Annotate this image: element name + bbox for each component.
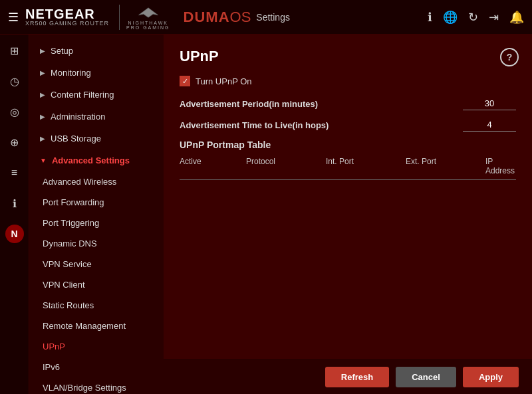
turn-upnp-checkbox[interactable]: ✓: [180, 76, 190, 86]
nav-item-vlan-bridge[interactable]: VLAN/Bridge Settings: [29, 377, 164, 394]
sidebar-icon-grid[interactable]: ⊞: [5, 41, 24, 60]
nav-item-usb-storage[interactable]: ▶ USB Storage: [29, 128, 164, 149]
arrow-icon: ▶: [40, 91, 45, 98]
refresh-button[interactable]: Refresh: [325, 367, 389, 387]
ad-period-value: [450, 97, 516, 110]
table-header: Active Protocol Int. Port Ext. Port IP A…: [180, 157, 516, 180]
ad-ttl-input[interactable]: [463, 118, 516, 132]
nighthawk-text: NIGHTHAWK: [128, 21, 169, 25]
ad-period-input[interactable]: [463, 97, 516, 110]
page-title: UPnP: [180, 48, 516, 65]
ad-period-label: Advertisement Period(in minutes): [180, 99, 450, 109]
icon-sidebar: ⊞ ◷ ◎ ⊕ ≡ ℹ N: [0, 35, 29, 394]
turn-upnp-label: Turn UPnP On: [196, 76, 252, 86]
table-body: [180, 183, 516, 316]
nav-item-remote-management[interactable]: Remote Management: [29, 316, 164, 336]
nav-item-static-routes[interactable]: Static Routes: [29, 295, 164, 316]
info-circle-icon[interactable]: ℹ: [428, 10, 432, 25]
nav-item-dynamic-dns[interactable]: Dynamic DNS: [29, 233, 164, 254]
top-navigation: ☰ NETGEAR XR500 GAMING ROUTER NIGHTHAWK …: [0, 0, 532, 35]
ad-ttl-row: Advertisement Time to Live(in hops): [180, 118, 516, 132]
arrow-icon: ▶: [40, 47, 45, 54]
ad-period-row: Advertisement Period(in minutes): [180, 97, 516, 110]
nav-item-port-triggering[interactable]: Port Triggering: [29, 213, 164, 233]
arrow-icon: ▶: [40, 69, 45, 76]
nighthawk-logo: NIGHTHAWK PRO GAMING: [119, 5, 170, 30]
main-content-area: UPnP ? ✓ Turn UPnP On Advertisement Peri…: [164, 35, 532, 394]
nav-item-vpn-service[interactable]: VPN Service: [29, 254, 164, 274]
sidebar-icon-signal[interactable]: ◎: [5, 102, 24, 121]
sidebar-icon-n[interactable]: N: [5, 225, 24, 243]
bottom-action-bar: Refresh Cancel Apply: [164, 359, 532, 394]
ad-ttl-label: Advertisement Time to Live(in hops): [180, 120, 450, 130]
col-ext-port: Ext. Port: [406, 157, 485, 175]
help-icon[interactable]: ?: [500, 48, 519, 66]
nav-item-port-forwarding[interactable]: Port Forwarding: [29, 192, 164, 213]
col-active: Active: [180, 157, 246, 175]
bell-icon[interactable]: 🔔: [509, 10, 524, 25]
sidebar-icon-clock[interactable]: ◷: [5, 72, 24, 90]
model-name: XR500 GAMING ROUTER: [25, 21, 109, 27]
nav-item-advanced-wireless[interactable]: Advanced Wireless: [29, 171, 164, 192]
logout-icon[interactable]: ⇥: [489, 10, 499, 25]
ad-ttl-value: [450, 118, 516, 132]
hamburger-icon[interactable]: ☰: [8, 10, 19, 25]
os-text: OS: [230, 9, 251, 26]
nav-item-setup[interactable]: ▶ Setup: [29, 40, 164, 62]
sidebar-icon-network[interactable]: ⊕: [5, 133, 24, 151]
cancel-button[interactable]: Cancel: [396, 367, 456, 387]
nighthawk-bird-icon: [136, 5, 160, 21]
left-navigation: ▶ Setup ▶ Monitoring ▶ Content Filtering…: [29, 35, 164, 394]
top-nav-icons: ℹ 🌐 ↻ ⇥ 🔔: [428, 10, 524, 25]
pro-gaming-text: PRO GAMING: [126, 25, 170, 30]
brand-name: NETGEAR: [25, 7, 109, 21]
col-protocol: Protocol: [246, 157, 326, 175]
netgear-logo: NETGEAR XR500 GAMING ROUTER: [25, 7, 109, 27]
sidebar-icon-info[interactable]: ℹ: [5, 194, 24, 213]
dumaos-brand: DUMAOS Settings: [184, 9, 290, 26]
nav-item-vpn-client[interactable]: VPN Client: [29, 274, 164, 295]
logo-area: NETGEAR XR500 GAMING ROUTER NIGHTHAWK PR…: [25, 5, 290, 30]
nav-item-administration[interactable]: ▶ Administration: [29, 106, 164, 128]
nav-item-content-filtering[interactable]: ▶ Content Filtering: [29, 84, 164, 106]
globe-icon[interactable]: 🌐: [443, 10, 458, 25]
col-ip-address: IP Address: [485, 157, 516, 175]
turn-upnp-row: ✓ Turn UPnP On: [180, 76, 516, 86]
col-int-port: Int. Port: [326, 157, 406, 175]
nav-item-monitoring[interactable]: ▶ Monitoring: [29, 62, 164, 84]
arrow-icon: ▶: [40, 113, 45, 120]
portmap-title: UPnP Portmap Table: [180, 140, 516, 150]
nav-item-upnp[interactable]: UPnP: [29, 336, 164, 357]
sidebar-icon-list[interactable]: ≡: [5, 163, 24, 182]
arrow-icon: ▶: [40, 135, 45, 142]
main-layout: ⊞ ◷ ◎ ⊕ ≡ ℹ N ▶ Setup ▶ Monitoring ▶ Con…: [0, 35, 532, 394]
duma-text: DUMA: [184, 9, 230, 26]
refresh-nav-icon[interactable]: ↻: [468, 10, 478, 25]
nav-item-advanced-settings[interactable]: ▼ Advanced Settings: [29, 149, 164, 171]
checkmark-icon: ✓: [182, 77, 188, 86]
apply-button[interactable]: Apply: [463, 367, 519, 387]
settings-label: Settings: [256, 12, 290, 23]
arrow-down-icon: ▼: [40, 157, 47, 164]
nav-item-ipv6[interactable]: IPv6: [29, 357, 164, 377]
